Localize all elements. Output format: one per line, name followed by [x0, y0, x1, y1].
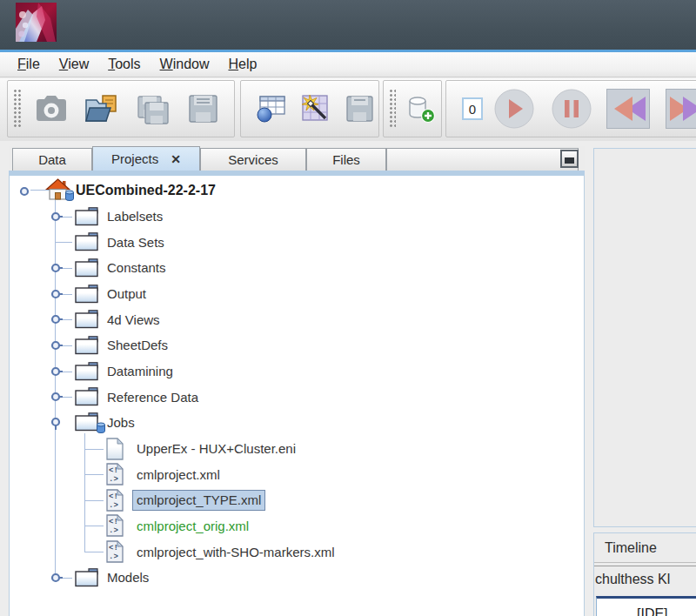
tree-item-label[interactable]: Datamining — [107, 364, 173, 378]
tab-data-label: Data — [38, 152, 66, 167]
camera-button[interactable] — [31, 91, 71, 126]
tree-row-root[interactable]: UECombined-22-2-17 — [10, 177, 584, 204]
tree-connector — [84, 474, 104, 475]
tree-handle-collapsed[interactable] — [49, 390, 63, 404]
tree-item-label[interactable]: cmlproject_TYPE.xml — [132, 490, 265, 511]
play-button[interactable] — [493, 88, 535, 130]
tree-handle-expanded[interactable] — [49, 416, 63, 430]
title-bar — [0, 0, 696, 50]
minimize-panel-button[interactable] — [560, 150, 579, 168]
tree-item-label[interactable]: Output — [107, 286, 146, 301]
tab-files[interactable]: Files — [306, 148, 386, 171]
explorer-tab-strip: Data Projects ✕ Services Files — [9, 146, 585, 171]
tree-handle-collapsed[interactable] — [49, 571, 63, 585]
tree-item-label[interactable]: Models — [107, 570, 149, 585]
tree-item-label[interactable]: Jobs — [107, 415, 135, 430]
save-sheet-button[interactable] — [342, 94, 377, 124]
table-ball-icon — [255, 94, 288, 124]
tree-row-file[interactable]: <! .> cmlproject_with-SHO-markers.xml — [10, 539, 584, 565]
tree-handle-expanded[interactable] — [18, 184, 32, 198]
step-back-button[interactable] — [606, 89, 650, 129]
projects-tree: UECombined-22-2-17 Labelsets Data Set — [9, 176, 585, 616]
tree-row-file-selected[interactable]: <! .> cmlproject_TYPE.xml — [10, 487, 584, 513]
tree-row-folder[interactable]: Output — [10, 281, 584, 307]
tree-row-folder[interactable]: Constants — [10, 255, 584, 281]
tree-connector — [84, 500, 104, 501]
tree-handle-collapsed[interactable] — [49, 210, 63, 224]
toolbar — [0, 78, 696, 141]
tab-services[interactable]: Services — [200, 148, 306, 171]
folder-icon — [75, 362, 99, 381]
folder-icon — [75, 336, 99, 355]
database-add-icon — [405, 93, 436, 124]
toolbar-group-database — [383, 80, 442, 137]
tab-timeline[interactable]: Timeline — [605, 540, 657, 556]
tree-item-label[interactable]: Constants — [107, 260, 166, 275]
tree-item-label[interactable]: cmlproject_orig.xml — [137, 519, 249, 533]
timeline-panel: Timeline chulthess Kl [IDE] — [593, 532, 696, 616]
tree-row-jobs[interactable]: Jobs — [10, 410, 584, 436]
tree-row-folder[interactable]: Datamining — [10, 358, 584, 385]
menu-file[interactable]: File — [17, 57, 40, 72]
table-insert-button[interactable] — [255, 94, 288, 124]
svg-text:.>: .> — [109, 552, 118, 561]
tree-item-label[interactable]: 4d Views — [107, 312, 160, 327]
tree-row-file[interactable]: UpperEx - HUX+Cluster.eni — [10, 436, 584, 462]
xml-file-icon: <! .> — [105, 540, 124, 563]
database-badge-icon — [96, 422, 106, 434]
svg-text:<!: <! — [109, 492, 118, 501]
open-project-button[interactable] — [82, 91, 122, 126]
tab-close-icon[interactable]: ✕ — [171, 152, 181, 166]
tab-data[interactable]: Data — [12, 148, 92, 171]
tree-item-label[interactable]: Data Sets — [107, 235, 164, 250]
tab-projects[interactable]: Projects ✕ — [92, 146, 200, 171]
toolbar-grip[interactable] — [13, 89, 23, 129]
tree-row-file[interactable]: <! .> cmlproject.xml — [10, 461, 584, 487]
save-button[interactable] — [183, 91, 223, 126]
folder-icon — [75, 310, 99, 329]
play-icon — [493, 88, 535, 130]
open-folder-icon — [82, 91, 122, 126]
tree-row-folder[interactable]: Data Sets — [10, 229, 584, 255]
tree-item-label[interactable]: cmlproject_with-SHO-markers.xml — [137, 545, 335, 559]
menu-help[interactable]: Help — [228, 57, 257, 72]
tree-item-label[interactable]: Labelsets — [107, 209, 163, 224]
menu-tools[interactable]: Tools — [108, 57, 140, 72]
tree-handle-collapsed[interactable] — [49, 312, 63, 326]
tree-handle-collapsed[interactable] — [49, 338, 63, 352]
tree-item-label[interactable]: Reference Data — [107, 390, 198, 405]
timeline-content-box: [IDE] — [596, 596, 696, 616]
database-add-button[interactable] — [405, 93, 436, 124]
tree-handle-collapsed[interactable] — [49, 287, 63, 301]
tree-row-folder[interactable]: Labelsets — [10, 204, 584, 230]
tree-row-folder[interactable]: 4d Views — [10, 306, 584, 332]
tree-row-file[interactable]: <! .> cmlproject_orig.xml — [10, 512, 584, 539]
sheet-wizard-button[interactable] — [298, 93, 331, 124]
folder-icon — [75, 387, 99, 406]
toolbar-grip[interactable] — [389, 89, 396, 129]
save-all-button[interactable] — [132, 91, 172, 126]
frame-counter-input[interactable] — [462, 97, 483, 120]
save-all-icon — [132, 91, 172, 126]
tab-strip-filler — [386, 148, 579, 171]
tree-item-label[interactable]: cmlproject.xml — [137, 467, 220, 482]
tree-handle-collapsed[interactable] — [49, 365, 63, 378]
tab-projects-label: Projects — [111, 151, 158, 166]
tree-item-label[interactable]: SheetDefs — [107, 338, 168, 352]
tree-row-folder[interactable]: SheetDefs — [10, 332, 584, 358]
tree-row-folder[interactable]: Models — [10, 565, 584, 591]
ide-label: [IDE] — [637, 606, 668, 616]
tab-services-label: Services — [228, 152, 278, 167]
tree-item-label[interactable]: UECombined-22-2-17 — [76, 183, 216, 198]
xml-file-icon: <! .> — [105, 489, 124, 512]
menu-window[interactable]: Window — [160, 57, 210, 72]
floppy-icon — [342, 94, 377, 124]
step-forward-button[interactable] — [666, 89, 696, 129]
minimize-icon — [565, 157, 574, 164]
menu-bar: File View Tools Window Help — [0, 52, 696, 77]
menu-view[interactable]: View — [59, 57, 89, 72]
tree-item-label[interactable]: UpperEx - HUX+Cluster.eni — [137, 441, 296, 456]
tree-handle-collapsed[interactable] — [49, 261, 63, 275]
tree-row-folder[interactable]: Reference Data — [10, 384, 584, 410]
pause-button[interactable] — [551, 88, 592, 130]
